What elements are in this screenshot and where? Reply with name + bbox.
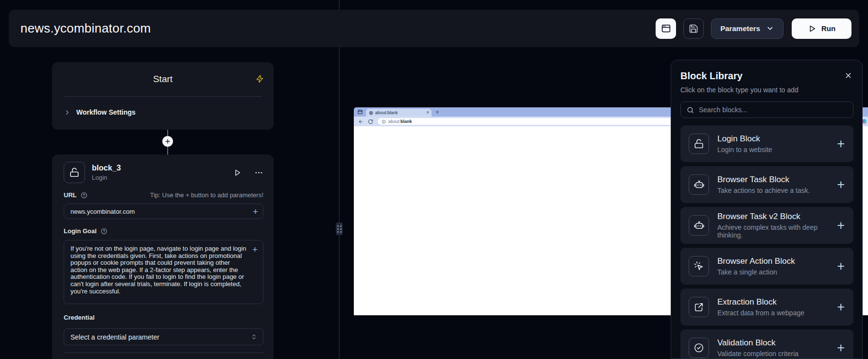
workflow-settings-toggle[interactable]: Workflow Settings	[52, 97, 274, 128]
tab-close-icon[interactable]: ×	[426, 110, 429, 115]
block-node-header: block_3 Login	[64, 162, 263, 183]
parameters-button[interactable]: Parameters	[711, 18, 783, 39]
library-item-validation-block[interactable]: Validation Block Validate completion cri…	[680, 329, 853, 359]
login-goal-wrapper: If you're not on the login page, navigat…	[64, 240, 263, 304]
library-item-description: Take a single action	[717, 268, 837, 276]
lightning-bolt-icon	[256, 75, 264, 83]
browser-window-icon	[357, 109, 363, 115]
tab-title: about:blank	[375, 110, 424, 115]
url-field-label: URL	[64, 191, 77, 199]
library-item-description: Validate completion criteria	[717, 350, 837, 358]
workflow-settings-label: Workflow Settings	[76, 108, 136, 116]
close-icon[interactable]	[843, 70, 853, 81]
add-block-plus-icon[interactable]: +	[837, 260, 845, 273]
add-block-plus-icon[interactable]: +	[837, 137, 845, 151]
search-icon	[687, 106, 694, 114]
block-type-label: Login	[92, 174, 121, 181]
search-blocks-wrapper	[680, 102, 853, 118]
parameters-button-label: Parameters	[720, 24, 760, 33]
library-item-browser-task-block[interactable]: Browser Task Block Take actions to achie…	[680, 166, 853, 203]
url-input-wrapper: +	[64, 204, 263, 219]
library-item-description: Take actions to achieve a task.	[717, 187, 837, 194]
browser-view-button[interactable]	[656, 18, 676, 39]
login-goal-label-row: Login Goal	[64, 227, 107, 235]
block-library-title: Block Library	[680, 70, 743, 82]
add-block-connector-button[interactable]	[162, 136, 173, 147]
unlock-icon	[689, 134, 709, 154]
search-blocks-input[interactable]	[699, 106, 847, 114]
address-url-text: about:blank	[388, 119, 412, 124]
check-circle-icon	[689, 338, 709, 358]
save-button[interactable]	[683, 18, 704, 39]
library-item-description: Extract data from a webpage	[717, 309, 837, 317]
unlock-icon	[64, 162, 85, 183]
login-goal-textarea[interactable]: If you're not on the login page, navigat…	[64, 240, 263, 302]
block-menu-button[interactable]	[254, 168, 263, 177]
header-controls: Parameters Run	[656, 18, 851, 39]
save-icon	[689, 24, 698, 34]
canvas-divider	[339, 0, 340, 359]
credential-select-value: Select a credential parameter	[70, 333, 159, 341]
header-bar: news.ycombinator.com Parameters	[9, 10, 859, 47]
library-item-browser-action-block[interactable]: Browser Action Block Take a single actio…	[680, 248, 853, 285]
credential-label: Credential	[64, 314, 263, 321]
help-circle-icon[interactable]	[81, 192, 87, 199]
start-node-header: Start	[52, 62, 274, 96]
browser-tab-about-blank[interactable]: about:blank ×	[366, 109, 432, 117]
library-item-browser-task-v2-block[interactable]: Browser Task v2 Block Achieve complex ta…	[680, 207, 853, 244]
block-library-panel: Block Library Click on the block type yo…	[671, 60, 863, 359]
add-parameter-plus-icon[interactable]: +	[253, 207, 258, 216]
run-button-label: Run	[821, 24, 835, 33]
login-goal-label: Login Goal	[64, 227, 97, 235]
help-circle-icon[interactable]	[101, 228, 107, 235]
page-title: news.ycombinator.com	[20, 21, 151, 36]
add-block-plus-icon[interactable]: +	[837, 178, 845, 191]
block-library-subtitle: Click on the block type you want to add	[680, 86, 853, 94]
login-block-node-card: block_3 Login URL Tip:	[52, 154, 274, 359]
library-item-label: Browser Task v2 Block	[717, 212, 837, 222]
library-item-description: Login to a website	[717, 146, 837, 154]
library-item-label: Validation Block	[717, 338, 837, 348]
run-block-button[interactable]	[233, 169, 242, 177]
add-block-plus-icon[interactable]: +	[837, 219, 845, 232]
library-item-label: Login Block	[717, 134, 837, 144]
info-icon	[382, 120, 386, 124]
library-item-description: Achieve complex tasks with deep thinking…	[717, 223, 837, 239]
start-node-card: Start Workflow Settings	[52, 62, 274, 130]
url-input[interactable]	[70, 208, 253, 215]
library-item-label: Browser Action Block	[717, 256, 837, 266]
robot-icon	[689, 215, 709, 236]
resize-grip-handle[interactable]	[336, 222, 343, 235]
reload-icon[interactable]	[368, 119, 373, 124]
globe-icon	[369, 111, 373, 115]
extract-icon	[689, 297, 709, 317]
add-block-plus-icon[interactable]: +	[837, 342, 845, 355]
block-card-divider	[64, 352, 263, 353]
library-item-label: Extraction Block	[717, 297, 837, 307]
browser-window-icon	[661, 23, 671, 34]
library-item-login-block[interactable]: Login Block Login to a website +	[680, 125, 853, 162]
library-item-label: Browser Task Block	[717, 175, 837, 185]
cursor-click-icon	[689, 256, 709, 276]
new-tab-button[interactable]: +	[435, 109, 439, 115]
parameters-tip-text: Tip: Use the + button to add parameters!	[150, 191, 263, 199]
run-button[interactable]: Run	[792, 18, 851, 39]
library-item-extraction-block[interactable]: Extraction Block Extract data from a web…	[680, 289, 853, 325]
block-name: block_3	[92, 164, 121, 172]
add-parameter-plus-icon[interactable]: +	[252, 245, 258, 254]
back-icon[interactable]	[358, 119, 364, 124]
chevron-down-icon	[766, 24, 774, 33]
add-block-plus-icon[interactable]: +	[837, 301, 845, 314]
block-library-list: Login Block Login to a website + Browser…	[680, 125, 853, 359]
chevrons-up-down-icon	[251, 334, 257, 340]
robot-icon	[689, 174, 709, 195]
url-field-label-row: URL	[64, 191, 87, 199]
chevron-right-icon	[64, 109, 71, 116]
credential-select[interactable]: Select a credential parameter	[64, 328, 263, 345]
play-icon	[808, 24, 816, 33]
start-node-title: Start	[153, 74, 173, 85]
